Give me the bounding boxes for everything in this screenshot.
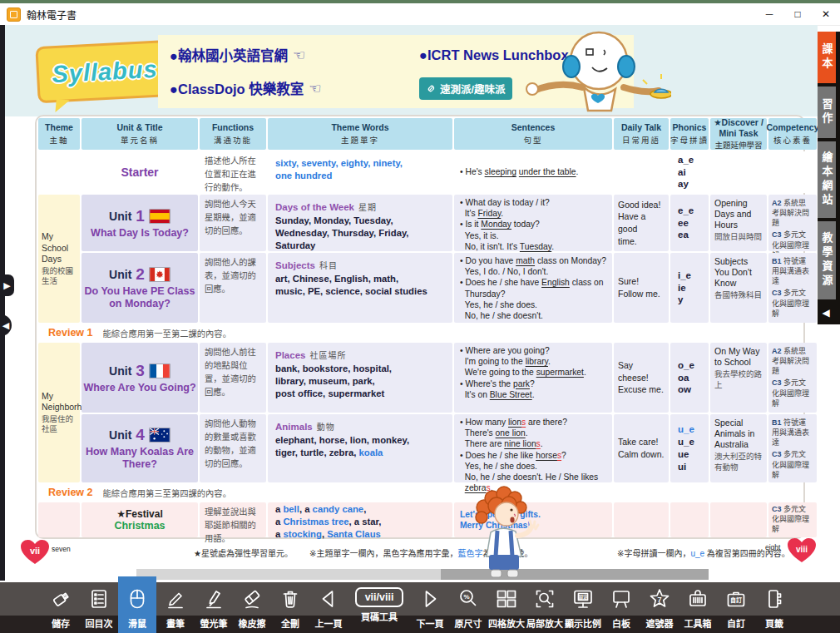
cell-phonics: a_eaiay [670,151,709,193]
svg-text:viii: viii [796,545,808,554]
grid-zoom-icon [493,586,520,611]
flag-australia-icon [149,428,170,443]
tool-toolbox[interactable]: 工具箱 [679,582,717,633]
zoom-reset-icon: % [456,586,481,611]
cell-theme-words: sixty, seventy, eighty, ninety,one hundr… [275,157,445,182]
tool-delete-all[interactable]: 全刪 [271,582,309,633]
footnote-phonics: ※字母拼讀一欄內，u_e 為複習第四冊的內容。 [617,546,790,559]
whiteboard-icon [609,586,634,611]
toolbox-icon [685,586,710,611]
page-banner: Syllabus ●翰林國小英語官網☜ ●ICRT News Lunchbox☜… [5,25,818,116]
tab-picturebook-site[interactable]: 繪本網站 [818,141,836,218]
tool-eraser[interactable]: 橡皮擦 [233,582,271,633]
tool-toc[interactable]: 回目次 [80,582,118,633]
tab-workbook[interactable]: 習作 [818,87,836,138]
hand-pointer-icon: ☜ [309,80,321,97]
boy-character [459,486,546,581]
tab-teaching-resources[interactable]: 教學資源 [818,221,836,299]
link-hanlin-site[interactable]: ●翰林國小英語官網☜ [170,38,419,72]
custom-case-icon: 自訂 [724,586,749,611]
tool-four-pane-zoom[interactable]: 四格放大 [487,582,526,633]
hand-pointer-icon: ☜ [293,47,305,64]
unit-2-row: Unit2 Do You Have PE Class on Monday? 詢問… [82,253,817,323]
quiz-link-button[interactable]: 速測派/趣味派 [419,77,512,100]
mouse-icon [125,586,150,611]
theme-group-school-days: My School Days 我的校園生活 Unit1 What Day Is … [38,195,802,323]
trash-icon [278,586,303,611]
tool-save[interactable]: 儲存 [42,582,80,633]
syllabus-logo: Syllabus [35,40,174,103]
tool-pen[interactable]: 畫筆 [156,582,195,633]
unit-1-row: Unit1 What Day Is Today? 詢問他人今天星期幾，並適切的回… [82,195,817,251]
tool-mouse[interactable]: 滑鼠 [118,576,156,633]
window-title: 翰林電子書 [27,7,77,22]
tool-page-tabs[interactable]: 頁籤 [755,582,793,633]
festival-row: ★Festival Christmas 理解並說出與耶誕節相關的用語。 a be… [38,502,802,537]
robot-mascot [501,27,671,116]
festival-name: Christmas [114,520,165,532]
page-word-right: eight [765,543,780,551]
tool-area-zoom[interactable]: 局部放大 [526,582,564,633]
collapse-panel-arrow[interactable]: ◀ [0,314,12,336]
starter-row: Starter 描述他人所在位置和正在進行的動作。 sixty, seventy… [38,151,802,193]
tool-custom[interactable]: 自訂 自訂 [717,582,755,633]
theme-cell: My School Days 我的校園生活 [38,195,80,323]
tab-textbook[interactable]: 課本 [818,32,836,83]
collapse-tabs-arrow[interactable]: ◀ [818,303,834,323]
svg-text:7: 7 [657,596,661,604]
bottom-toolbar: 儲存 回目次 滑鼠 畫筆 螢光筆 橡皮擦 全刪 上一頁 [0,582,840,633]
pen-icon [163,586,188,611]
link-icon [427,84,436,93]
tool-page-indicator[interactable]: vii/viii 頁碼工具 [348,582,411,633]
highlighter-icon [201,586,226,611]
tool-whiteboard[interactable]: 白板 [602,582,640,633]
cell-sentences: • He's sleeping under the table. [454,151,612,193]
svg-text:固定: 固定 [578,594,588,601]
area-zoom-icon [532,586,557,611]
minimize-button[interactable]: ─ [755,3,783,25]
right-tab-rail: 課本 習作 繪本網站 教學資源 ◀ [818,32,840,324]
tool-next-page[interactable]: 下一頁 [411,582,449,633]
display-ratio-icon: 固定 [571,586,595,611]
theme-group-neighborhood: My Neighborhood 我居住的社區 Unit3 Where Are Y… [38,343,802,482]
next-page-icon [418,586,442,611]
theme-cell: My Neighborhood 我居住的社區 [38,343,80,482]
eraser-icon [240,586,264,611]
tool-highlighter[interactable]: 螢光筆 [195,582,233,633]
review-2-row: Review 2 能綜合應用第三至第四課的內容。 [38,484,802,501]
unit-3-row: Unit3 Where Are You Going? 詢問他人前往的地點與位置，… [82,343,817,413]
page-number-heart-right: viii [787,537,817,564]
svg-text:%: % [463,593,469,601]
expand-panel-arrow[interactable]: ▶ [0,274,14,296]
flag-spain-icon [149,209,170,224]
footnote-star: ★星號處為彈性學習單元。 [194,546,293,559]
tool-prev-page[interactable]: 上一頁 [309,582,348,633]
svg-text:vii: vii [30,546,40,556]
maximize-button[interactable]: □ [783,3,812,25]
cell-functions: 描述他人所在位置和正在進行的動作。 [200,151,266,193]
star-picker-icon: 7 [647,586,672,611]
horizontal-scrollbar[interactable] [136,569,709,580]
syllabus-page: Theme主軸 Unit & Title單元名稱 Functions溝通功能 T… [35,115,805,539]
flag-france-icon [149,363,170,378]
page-word-left: seven [52,545,71,553]
table-header-row: Theme主軸 Unit & Title單元名稱 Functions溝通功能 T… [38,118,802,150]
festival-title: ★Festival [116,508,162,520]
tool-display-ratio[interactable]: 固定 顯示比例 [564,582,602,633]
page-indicator: vii/viii [355,587,404,607]
unit-4-row: Unit4 How Many Koalas Are There? 詢問他人動物的… [82,414,817,482]
flag-canada-icon [149,267,170,282]
app-window: 翰林電子書 ─ □ ✕ ▶ ◀ Syllabus ●翰林國小英語官網☜ ●ICR… [0,0,840,633]
tool-number-picker[interactable]: 7 遮號器 [640,582,679,633]
link-classdojo[interactable]: ●ClassDojo 快樂教室☜ [170,72,419,105]
bookmark-tabs-icon [762,586,787,611]
page-number-heart-left: vii [20,539,50,566]
svg-text:自訂: 自訂 [730,596,742,604]
review-1-row: Review 1 能綜合應用第一至第二課的內容。 [38,324,802,341]
close-button[interactable]: ✕ [812,3,840,25]
tool-original-size[interactable]: % 原尺寸 [449,582,487,633]
prev-page-icon [316,586,341,611]
toc-icon [86,586,111,611]
titlebar: 翰林電子書 ─ □ ✕ [0,3,840,26]
app-icon [7,7,21,22]
